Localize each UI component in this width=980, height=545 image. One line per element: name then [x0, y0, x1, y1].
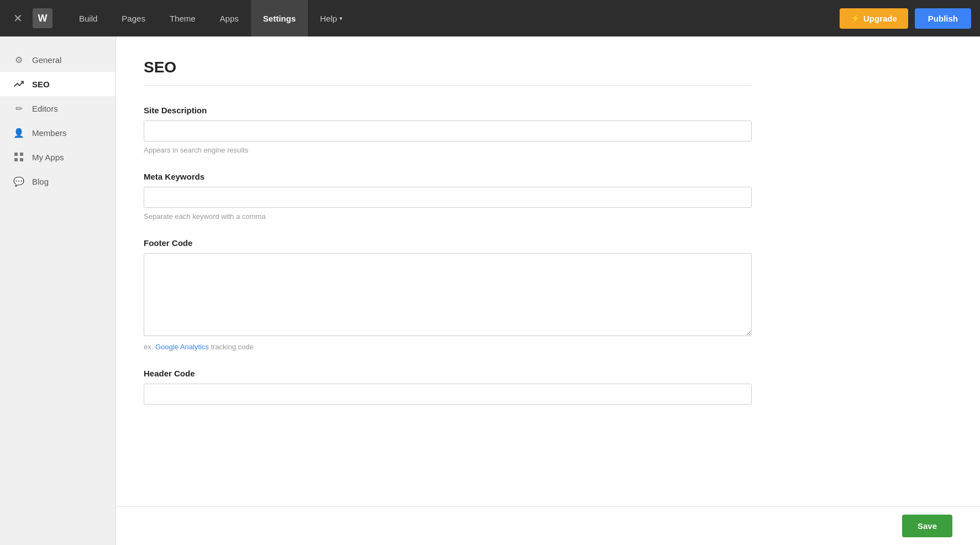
meta-keywords-group: Meta Keywords Separate each keyword with… — [144, 172, 752, 221]
sidebar-item-my-apps[interactable]: My Apps — [0, 145, 116, 169]
sidebar-item-general[interactable]: ⚙ General — [0, 48, 116, 72]
site-description-label: Site Description — [144, 106, 752, 115]
page-title: SEO — [144, 59, 752, 76]
logo[interactable]: W — [32, 7, 54, 29]
nav-pages[interactable]: Pages — [109, 0, 158, 36]
meta-keywords-input[interactable] — [144, 187, 752, 208]
save-bar: Save — [116, 506, 980, 545]
header-code-label: Header Code — [144, 369, 752, 378]
layout: ⚙ General SEO ✏ Editors 👤 Members — [0, 36, 980, 545]
trending-up-icon — [13, 78, 24, 90]
comment-icon: 💬 — [13, 176, 24, 187]
upgrade-button[interactable]: ⚡ Upgrade — [840, 8, 908, 29]
save-button[interactable]: Save — [902, 515, 952, 537]
footer-code-textarea[interactable] — [144, 253, 752, 336]
nav-links: Build Pages Theme Apps Settings Help ▾ — [67, 0, 840, 36]
main-content: SEO Site Description Appears in search e… — [116, 36, 980, 545]
footer-code-label: Footer Code — [144, 238, 752, 248]
lightning-icon: ⚡ — [851, 14, 860, 23]
person-icon: 👤 — [13, 127, 24, 138]
site-description-hint: Appears in search engine results — [144, 146, 752, 154]
site-description-input[interactable] — [144, 120, 752, 142]
svg-rect-2 — [14, 153, 18, 156]
svg-rect-5 — [20, 158, 23, 161]
sidebar-item-blog[interactable]: 💬 Blog — [0, 169, 116, 193]
publish-button[interactable]: Publish — [915, 8, 971, 29]
nav-help[interactable]: Help ▾ — [308, 0, 355, 36]
meta-keywords-label: Meta Keywords — [144, 172, 752, 181]
sidebar-item-members[interactable]: 👤 Members — [0, 120, 116, 145]
nav-apps[interactable]: Apps — [208, 0, 251, 36]
svg-text:W: W — [38, 13, 48, 24]
gear-icon: ⚙ — [13, 54, 24, 65]
content-inner: SEO Site Description Appears in search e… — [116, 36, 779, 478]
nav-settings[interactable]: Settings — [251, 0, 308, 36]
google-analytics-link[interactable]: Google Analytics — [155, 343, 209, 351]
sidebar: ⚙ General SEO ✏ Editors 👤 Members — [0, 36, 116, 545]
svg-rect-3 — [20, 153, 23, 156]
footer-code-group: Footer Code ex. Google Analytics trackin… — [144, 238, 752, 351]
pencil-icon: ✏ — [13, 103, 24, 114]
help-dropdown-arrow: ▾ — [339, 15, 343, 22]
footer-code-hint: ex. Google Analytics tracking code — [144, 343, 752, 351]
site-description-group: Site Description Appears in search engin… — [144, 106, 752, 154]
svg-rect-4 — [14, 158, 18, 161]
nav-build[interactable]: Build — [67, 0, 109, 36]
close-button[interactable]: ✕ — [9, 7, 27, 29]
header-code-group: Header Code — [144, 369, 752, 405]
meta-keywords-hint: Separate each keyword with a comma — [144, 212, 752, 221]
top-nav: ✕ W Build Pages Theme Apps Settings Help… — [0, 0, 980, 36]
nav-right: ⚡ Upgrade Publish — [840, 8, 971, 29]
nav-theme[interactable]: Theme — [158, 0, 208, 36]
grid-icon — [13, 151, 24, 163]
sidebar-item-seo[interactable]: SEO — [0, 72, 116, 96]
header-code-input[interactable] — [144, 384, 752, 405]
page-divider — [144, 85, 752, 86]
sidebar-item-editors[interactable]: ✏ Editors — [0, 96, 116, 120]
